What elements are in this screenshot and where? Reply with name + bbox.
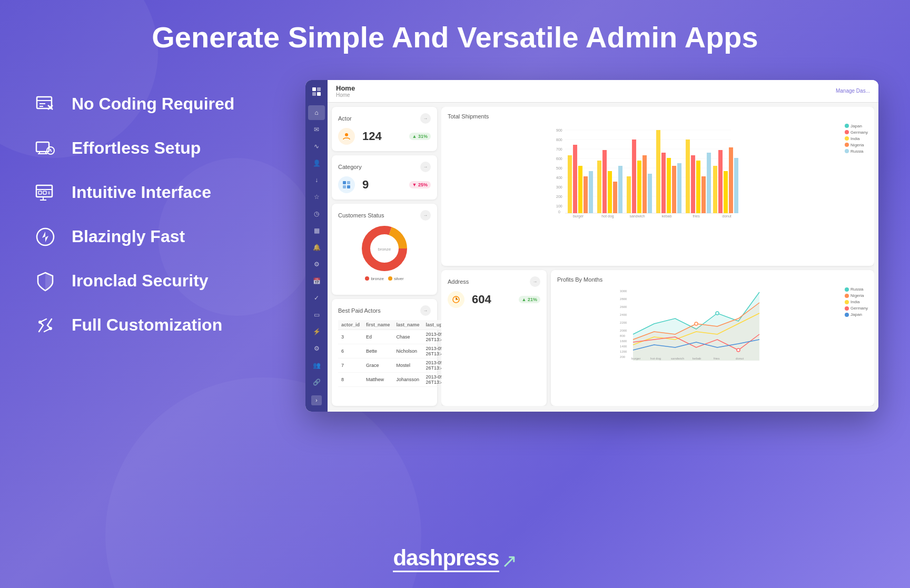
brand-arrow-icon: ↗	[501, 550, 517, 572]
svg-rect-31	[343, 185, 346, 188]
sidebar-bar[interactable]: ▦	[308, 223, 325, 238]
svg-text:600: 600	[556, 157, 562, 161]
address-card: Address → 604	[441, 270, 547, 405]
svg-text:100: 100	[556, 204, 562, 208]
sidebar-clock[interactable]: ◷	[308, 206, 325, 221]
col-actor-id: actor_id	[338, 320, 363, 330]
svg-text:burger: burger	[631, 357, 640, 360]
svg-rect-74	[661, 153, 666, 213]
dashboard-page-title: Home	[336, 84, 355, 92]
actor-card: Actor → 124 ▲ 31%	[332, 107, 437, 151]
sidebar-user[interactable]: 👤	[308, 156, 325, 171]
sidebar-chart[interactable]: ∿	[308, 139, 325, 154]
svg-text:200: 200	[620, 355, 626, 358]
svg-rect-27	[317, 92, 321, 96]
svg-text:0: 0	[558, 210, 560, 214]
category-card: Category → 9 ▼ 25%	[332, 155, 437, 200]
sidebar-calendar[interactable]: 📅	[308, 274, 325, 288]
dashboard-mockup: ⌂ ✉ ∿ 👤 ↓ ☆ ◷ ▦ 🔔 ⚙ 📅 ✓ ▭ ⚡ ⚙ 👥 🔗 ›	[305, 80, 878, 412]
sidebar-mail[interactable]: ✉	[308, 122, 325, 137]
address-card-arrow[interactable]: →	[530, 276, 540, 287]
sidebar-star[interactable]: ☆	[308, 190, 325, 204]
svg-text:donut: donut	[736, 357, 744, 360]
address-card-badge: ▲ 21%	[519, 296, 540, 303]
svg-rect-32	[347, 185, 350, 188]
dashboard-manage-link[interactable]: Manage Das...	[836, 88, 870, 94]
svg-point-111	[737, 348, 740, 352]
features-list: No Coding Required Effortless Setup	[32, 80, 284, 339]
svg-text:3000: 3000	[620, 290, 627, 293]
svg-text:800: 800	[556, 138, 562, 142]
svg-rect-26	[312, 92, 316, 96]
svg-text:donut: donut	[722, 214, 731, 218]
svg-rect-67	[618, 166, 622, 213]
svg-rect-24	[312, 87, 316, 91]
sidebar-expand-btn[interactable]: ›	[311, 395, 321, 405]
svg-rect-70	[637, 161, 641, 213]
svg-text:burger: burger	[573, 214, 584, 218]
category-card-arrow[interactable]: →	[420, 162, 431, 172]
svg-point-23	[49, 327, 52, 330]
sidebar-settings2[interactable]: ⚙	[308, 257, 325, 272]
svg-text:hot dog: hot dog	[650, 357, 661, 360]
svg-text:1200: 1200	[620, 350, 627, 353]
actor-card-title: Actor	[338, 115, 352, 122]
sidebar-creditcard[interactable]: ▭	[308, 307, 325, 322]
svg-rect-60	[578, 166, 582, 213]
svg-text:500: 500	[556, 166, 562, 170]
svg-text:2200: 2200	[620, 321, 627, 324]
bar-chart-legend: Japan Germany India Nigeria Russia	[845, 124, 868, 154]
sidebar-download[interactable]: ↓	[308, 173, 325, 187]
dashboard-main: Home Home Manage Das... Actor →	[328, 80, 878, 412]
svg-line-11	[51, 151, 52, 152]
profits-title: Profits By Months	[557, 276, 602, 283]
customer-status-arrow[interactable]: →	[420, 210, 431, 221]
svg-rect-29	[343, 181, 346, 184]
actor-card-arrow[interactable]: →	[420, 113, 431, 124]
svg-rect-82	[707, 153, 711, 213]
svg-rect-72	[648, 174, 652, 213]
col-first-name: first_name	[363, 320, 393, 330]
feature-ironclad-security: Ironclad Security	[32, 267, 284, 295]
sidebar-people[interactable]: 👥	[308, 358, 325, 373]
svg-rect-79	[691, 155, 695, 213]
svg-marker-21	[42, 232, 48, 242]
effortless-setup-label: Effortless Setup	[72, 138, 201, 158]
col-last-name: last_name	[393, 320, 423, 330]
svg-point-20	[37, 228, 54, 245]
address-card-value: 604	[472, 293, 491, 306]
total-shipments-title: Total Shipments	[448, 113, 489, 119]
svg-rect-66	[613, 182, 617, 213]
sidebar-link[interactable]: 🔗	[308, 375, 325, 390]
best-paid-actors-card: Best Paid Actors → actor_id first_name l…	[332, 299, 437, 406]
svg-rect-86	[729, 147, 733, 213]
no-coding-label: No Coding Required	[72, 94, 234, 114]
feature-effortless-setup: Effortless Setup	[32, 135, 284, 162]
sidebar-home[interactable]: ⌂	[308, 105, 325, 120]
svg-rect-87	[734, 158, 738, 213]
sidebar-gear[interactable]: ⚙	[308, 341, 325, 356]
category-card-title: Category	[338, 164, 362, 170]
sidebar-flash[interactable]: ⚡	[308, 324, 325, 339]
svg-text:400: 400	[556, 176, 562, 180]
svg-rect-83	[713, 166, 717, 213]
svg-text:900: 900	[556, 128, 562, 132]
sidebar-check[interactable]: ✓	[308, 291, 325, 305]
svg-rect-76	[672, 166, 676, 213]
svg-point-28	[345, 133, 348, 136]
svg-rect-71	[642, 155, 647, 213]
svg-point-22	[38, 321, 42, 324]
best-paid-actors-arrow[interactable]: →	[420, 305, 431, 316]
blazingly-fast-icon	[32, 223, 59, 251]
full-customization-icon	[32, 312, 59, 339]
dashboard-sidebar: ⌂ ✉ ∿ 👤 ↓ ☆ ◷ ▦ 🔔 ⚙ 📅 ✓ ▭ ⚡ ⚙ 👥 🔗 ›	[305, 80, 328, 412]
line-chart-legend: Russia Nigeria India Germany Japan	[845, 287, 868, 317]
svg-rect-73	[656, 130, 660, 213]
svg-rect-75	[667, 158, 671, 213]
svg-rect-68	[627, 176, 631, 213]
svg-text:hot dog: hot dog	[601, 214, 614, 218]
actor-card-icon	[338, 128, 355, 145]
feature-blazingly-fast: Blazingly Fast	[32, 223, 284, 251]
sidebar-bell[interactable]: 🔔	[308, 240, 325, 255]
ironclad-security-label: Ironclad Security	[72, 271, 209, 291]
